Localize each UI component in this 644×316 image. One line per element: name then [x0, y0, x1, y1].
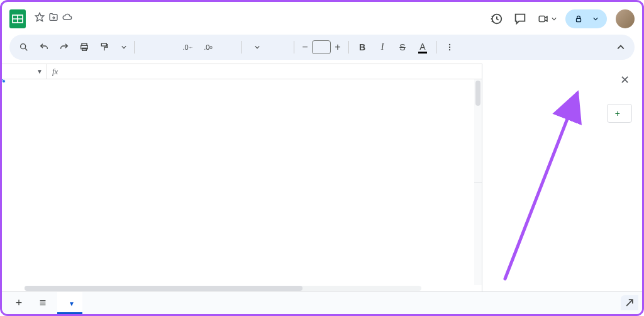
- close-panel-button[interactable]: ✕: [617, 72, 632, 87]
- more-formats-button[interactable]: [219, 38, 238, 57]
- undo-button[interactable]: [35, 38, 53, 57]
- plus-icon: +: [615, 108, 620, 118]
- menu-help[interactable]: [111, 25, 120, 27]
- doc-info: [31, 11, 489, 27]
- search-icon[interactable]: [14, 38, 33, 57]
- svg-rect-12: [101, 43, 106, 46]
- cloud-status-icon[interactable]: [62, 12, 72, 22]
- toolbar: .0← .00 − + B I S A: [9, 35, 635, 60]
- font-select[interactable]: [246, 45, 290, 50]
- history-icon[interactable]: [489, 11, 504, 26]
- vertical-scrollbar[interactable]: [474, 79, 482, 285]
- menu-bar: [31, 25, 489, 27]
- chevron-down-icon: [593, 16, 598, 21]
- menu-extensions[interactable]: [101, 25, 110, 27]
- svg-rect-7: [577, 18, 581, 21]
- zoom-select[interactable]: [115, 45, 130, 50]
- menu-insert[interactable]: [61, 25, 70, 27]
- print-button[interactable]: [75, 38, 94, 57]
- fx-icon: fx: [47, 67, 63, 77]
- lock-icon: [574, 14, 583, 23]
- paint-format-button[interactable]: [95, 38, 114, 57]
- redo-button[interactable]: [55, 38, 74, 57]
- italic-button[interactable]: I: [373, 38, 392, 57]
- menu-format[interactable]: [71, 25, 80, 27]
- more-toolbar-button[interactable]: [440, 38, 459, 57]
- formula-bar[interactable]: [63, 67, 482, 76]
- text-color-button[interactable]: A: [413, 38, 432, 57]
- move-icon[interactable]: [48, 12, 58, 22]
- font-size-group: − +: [298, 40, 345, 55]
- svg-point-13: [449, 44, 450, 45]
- add-rule-button[interactable]: +: [607, 104, 632, 123]
- chevron-down-icon: [121, 45, 126, 50]
- font-size-input[interactable]: [312, 40, 331, 54]
- menu-file[interactable]: [31, 25, 40, 27]
- horizontal-scrollbar[interactable]: [2, 285, 482, 291]
- svg-point-8: [21, 44, 26, 49]
- increase-font-size-button[interactable]: +: [331, 40, 345, 55]
- comment-icon[interactable]: [513, 11, 528, 26]
- star-icon[interactable]: [35, 12, 45, 22]
- sheet-tab-1[interactable]: ▼: [57, 292, 82, 314]
- bold-button[interactable]: B: [353, 38, 372, 57]
- svg-point-14: [449, 47, 450, 48]
- header-right: [489, 9, 635, 28]
- name-box[interactable]: ▼: [2, 64, 47, 79]
- collapse-toolbar-button[interactable]: [612, 43, 630, 51]
- currency-button[interactable]: [138, 38, 157, 57]
- data-validation-panel: ✕ +: [482, 64, 642, 291]
- menu-tools[interactable]: [91, 25, 100, 27]
- chevron-down-icon: ▼: [69, 300, 75, 307]
- chevron-down-icon: ▼: [36, 68, 43, 75]
- chevron-down-icon: [255, 45, 260, 50]
- selection-handle[interactable]: [2, 79, 6, 83]
- header: [2, 2, 642, 32]
- strikethrough-button[interactable]: S: [393, 38, 412, 57]
- menu-data[interactable]: [81, 25, 90, 27]
- percent-button[interactable]: [158, 38, 177, 57]
- all-sheets-button[interactable]: ≡: [33, 294, 52, 313]
- avatar[interactable]: [616, 9, 635, 28]
- share-button[interactable]: [565, 9, 607, 28]
- svg-rect-6: [539, 16, 545, 22]
- sheets-logo[interactable]: [9, 8, 26, 30]
- svg-rect-11: [82, 48, 87, 50]
- explore-button[interactable]: [621, 295, 638, 310]
- svg-point-15: [449, 49, 450, 50]
- sheet-area: ▼ fx: [2, 64, 482, 291]
- menu-view[interactable]: [51, 25, 60, 27]
- meet-icon[interactable]: [536, 11, 557, 26]
- decrease-font-size-button[interactable]: −: [298, 40, 312, 55]
- add-sheet-button[interactable]: +: [9, 294, 28, 313]
- sheet-tabs-bar: + ≡ ▼: [2, 291, 642, 314]
- increase-decimal-button[interactable]: .00: [199, 38, 218, 57]
- menu-edit[interactable]: [41, 25, 50, 27]
- svg-marker-4: [35, 13, 43, 21]
- decrease-decimal-button[interactable]: .0←: [179, 38, 197, 57]
